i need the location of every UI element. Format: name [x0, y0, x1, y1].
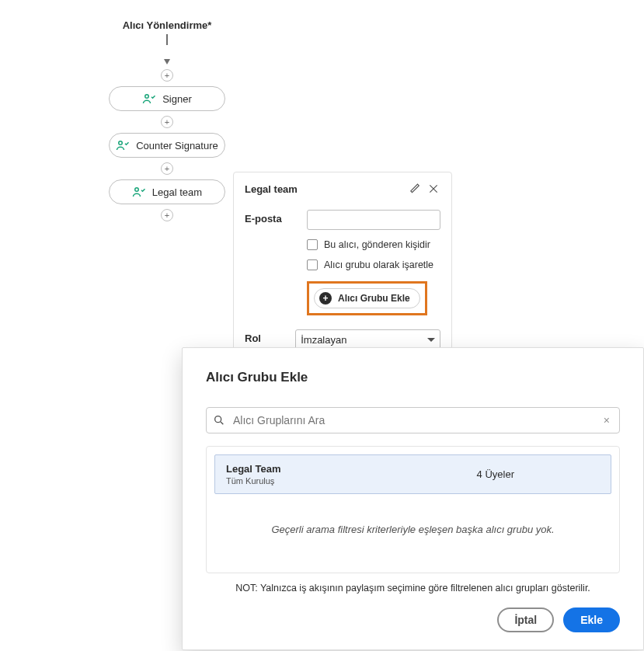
cancel-button[interactable]: İptal	[497, 607, 554, 632]
add-node-button[interactable]: +	[161, 69, 173, 82]
sender-checkbox-label: Bu alıcı, gönderen kişidir	[324, 239, 430, 250]
recipient-routing-flow: Alıcı Yönlendirme* + Signer + Counter Si…	[109, 19, 225, 226]
signer-icon	[142, 93, 156, 104]
add-node-button[interactable]: +	[161, 209, 173, 221]
modal-title: Alıcı Grubu Ekle	[206, 370, 620, 385]
search-field[interactable]: ×	[206, 407, 620, 433]
panel-header: Legal team	[245, 182, 440, 196]
svg-point-2	[135, 188, 139, 192]
result-name: Legal Team	[226, 463, 281, 475]
filter-note: NOT: Yalnızca iş akışının paylaşım seçim…	[206, 583, 620, 594]
search-icon	[213, 414, 225, 426]
clear-search-icon[interactable]: ×	[600, 414, 613, 426]
flow-node-counter-signature[interactable]: Counter Signature	[109, 133, 225, 158]
flow-node-label: Signer	[162, 93, 192, 105]
sender-checkbox[interactable]	[307, 239, 318, 250]
role-select-value: İmzalayan	[301, 334, 346, 346]
sender-checkbox-row: Bu alıcı, gönderen kişidir	[307, 239, 440, 250]
add-recipient-group-label: Alıcı Grubu Ekle	[338, 293, 410, 304]
edit-icon[interactable]	[408, 182, 422, 196]
no-more-results: Geçerli arama filtresi kriterleriyle eşl…	[207, 524, 619, 535]
add-button[interactable]: Ekle	[563, 607, 620, 632]
close-icon[interactable]	[426, 182, 440, 196]
mark-group-checkbox-label: Alıcı grubu olarak işaretle	[324, 259, 433, 270]
signer-icon	[116, 140, 130, 151]
modal-actions: İptal Ekle	[206, 607, 620, 632]
panel-title: Legal team	[245, 183, 403, 195]
signer-icon	[132, 186, 146, 197]
email-input[interactable]	[307, 210, 440, 230]
required-asterisk: *	[207, 19, 211, 31]
plus-circle-icon: +	[319, 292, 332, 305]
add-node-button[interactable]: +	[161, 162, 173, 175]
flow-node-signer[interactable]: Signer	[109, 86, 225, 111]
svg-point-1	[119, 141, 123, 145]
flow-node-label: Counter Signature	[136, 140, 218, 151]
add-group-highlight: + Alıcı Grubu Ekle	[307, 281, 427, 315]
mark-group-checkbox-row: Alıcı grubu olarak işaretle	[307, 259, 440, 270]
add-recipient-group-modal: Alıcı Grubu Ekle × Legal Team Tüm Kurulu…	[182, 347, 644, 650]
svg-point-3	[215, 416, 221, 423]
email-row: E-posta Bu alıcı, gönderen kişidir Alıcı…	[245, 210, 440, 315]
add-node-button[interactable]: +	[161, 116, 173, 128]
result-members: 4 Üyeler	[477, 468, 514, 480]
cancel-button-label: İptal	[514, 614, 537, 626]
result-row[interactable]: Legal Team Tüm Kuruluş 4 Üyeler	[214, 454, 611, 494]
svg-point-0	[145, 95, 149, 99]
email-label: E-posta	[245, 210, 307, 315]
flow-connector	[166, 34, 168, 45]
add-recipient-group-button[interactable]: + Alıcı Grubu Ekle	[314, 288, 420, 308]
flow-node-label: Legal team	[152, 186, 202, 198]
results-list: Legal Team Tüm Kuruluş 4 Üyeler Geçerli …	[206, 446, 620, 573]
arrow-down-icon	[164, 59, 170, 64]
flow-title: Alıcı Yönlendirme*	[123, 19, 212, 31]
result-scope: Tüm Kuruluş	[226, 476, 281, 486]
flow-title-text: Alıcı Yönlendirme	[123, 19, 208, 31]
flow-node-legal-team[interactable]: Legal team	[109, 179, 225, 204]
add-button-label: Ekle	[580, 614, 603, 626]
chevron-down-icon	[427, 338, 435, 342]
mark-group-checkbox[interactable]	[307, 259, 318, 270]
search-input[interactable]	[231, 413, 594, 427]
